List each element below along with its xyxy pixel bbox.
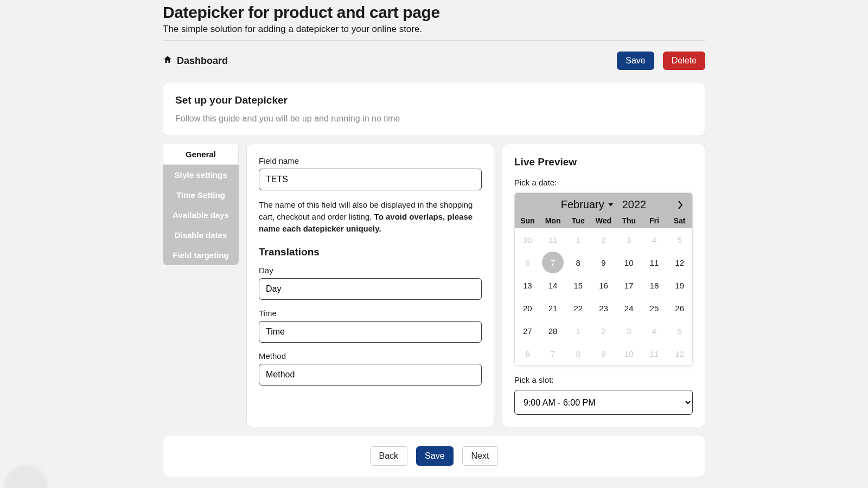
calendar-day: 11 (642, 342, 667, 365)
calendar-day[interactable]: 20 (515, 297, 540, 319)
pick-date-label: Pick a date: (514, 178, 693, 187)
calendar-day: 30 (515, 228, 540, 251)
calendar-day: 4 (642, 228, 667, 251)
setup-title: Set up your Datepicker (175, 94, 693, 106)
method-label: Method (259, 351, 482, 361)
method-input[interactable] (259, 364, 482, 386)
slot-select[interactable]: 9:00 AM - 6:00 PM (514, 390, 693, 415)
next-month-button[interactable] (675, 200, 686, 210)
calendar-day[interactable]: 14 (540, 274, 566, 297)
calendar-day: 2 (591, 319, 616, 342)
calendar-day: 12 (667, 342, 692, 365)
home-icon (163, 55, 173, 67)
field-name-input[interactable] (259, 169, 482, 190)
calendar-day: 3 (616, 228, 642, 251)
calendar-day: 1 (565, 228, 591, 251)
back-button[interactable]: Back (370, 446, 408, 466)
dow-label: Sat (667, 216, 692, 225)
calendar-day[interactable]: 25 (642, 297, 667, 319)
calendar-day: 7 (540, 342, 566, 365)
calendar-day[interactable]: 19 (667, 274, 692, 297)
delete-button[interactable]: Delete (663, 52, 705, 70)
calendar-day: 8 (565, 342, 591, 365)
pick-slot-label: Pick a slot: (514, 375, 693, 384)
calendar-day: 5 (667, 228, 692, 251)
calendar-day[interactable]: 8 (565, 251, 591, 274)
calendar-day[interactable]: 26 (667, 297, 692, 319)
calendar-day: 10 (616, 342, 642, 365)
dow-label: Mon (540, 216, 566, 225)
page-title: Datepicker for product and cart page (163, 3, 705, 22)
calendar-day[interactable]: 11 (642, 251, 667, 274)
preview-card: Live Preview Pick a date: February 2022 (502, 144, 705, 427)
calendar-day: 2 (591, 228, 616, 251)
calendar-day[interactable]: 21 (540, 297, 566, 319)
day-label: Day (259, 266, 482, 275)
save-button[interactable]: Save (617, 52, 654, 70)
calendar-day[interactable]: 9 (591, 251, 616, 274)
field-name-help: The name of this field will also be disp… (259, 199, 482, 234)
next-button[interactable]: Next (462, 446, 499, 466)
calendar-day[interactable]: 28 (540, 319, 566, 342)
chevron-right-icon (678, 201, 683, 209)
time-input[interactable] (259, 321, 482, 343)
calendar-day[interactable]: 24 (616, 297, 642, 319)
dow-label: Thu (616, 216, 642, 225)
year-label: 2022 (622, 198, 647, 211)
time-label: Time (259, 309, 482, 318)
dow-label: Fri (642, 216, 667, 225)
calendar-day[interactable]: 13 (515, 274, 540, 297)
chat-bubble[interactable] (7, 467, 46, 477)
dow-label: Sun (515, 216, 540, 225)
calendar-day[interactable]: 23 (591, 297, 616, 319)
field-name-label: Field name (259, 156, 482, 165)
calendar-day: 4 (642, 319, 667, 342)
tabs: GeneralStyle settingsTime SettingAvailab… (163, 144, 239, 265)
translations-heading: Translations (259, 246, 482, 258)
tab-general[interactable]: General (163, 144, 239, 165)
calendar-day: 9 (591, 342, 616, 365)
tab-field-targeting[interactable]: Field targeting (163, 245, 239, 265)
save-button-footer[interactable]: Save (416, 446, 453, 466)
calendar-day[interactable]: 17 (616, 274, 642, 297)
tab-style-settings[interactable]: Style settings (163, 165, 239, 185)
dashboard-link[interactable]: Dashboard (163, 55, 228, 67)
calendar-day[interactable]: 27 (515, 319, 540, 342)
setup-hint: Follow this guide and you will be up and… (175, 114, 693, 124)
calendar-day[interactable]: 10 (616, 251, 642, 274)
calendar-day: 3 (616, 319, 642, 342)
dow-label: Wed (591, 216, 616, 225)
dow-label: Tue (565, 216, 591, 225)
calendar-day[interactable]: 7 (540, 251, 566, 274)
calendar-day: 31 (540, 228, 566, 251)
calendar-day[interactable]: 18 (642, 274, 667, 297)
tab-time-setting[interactable]: Time Setting (163, 185, 239, 205)
calendar-day: 6 (515, 251, 540, 274)
form-card: Field name The name of this field will a… (246, 144, 494, 427)
tab-available-days[interactable]: Available days (163, 205, 239, 225)
footer-card: Back Save Next (163, 435, 705, 477)
calendar-day[interactable]: 16 (591, 274, 616, 297)
calendar-day: 1 (565, 319, 591, 342)
day-input[interactable] (259, 278, 482, 300)
calendar-day[interactable]: 22 (565, 297, 591, 319)
calendar-day: 5 (667, 319, 692, 342)
tab-disable-dates[interactable]: Disable dates (163, 225, 239, 245)
month-select[interactable]: February (561, 198, 617, 210)
preview-title: Live Preview (514, 156, 693, 168)
calendar: February 2022 SunMonTueWedThuFriSat 3031… (514, 192, 693, 365)
calendar-day[interactable]: 12 (667, 251, 692, 274)
dashboard-label: Dashboard (177, 55, 228, 67)
calendar-day[interactable]: 15 (565, 274, 591, 297)
setup-card: Set up your Datepicker Follow this guide… (163, 82, 705, 136)
calendar-day: 6 (515, 342, 540, 365)
page-subtitle: The simple solution for adding a datepic… (163, 24, 705, 41)
